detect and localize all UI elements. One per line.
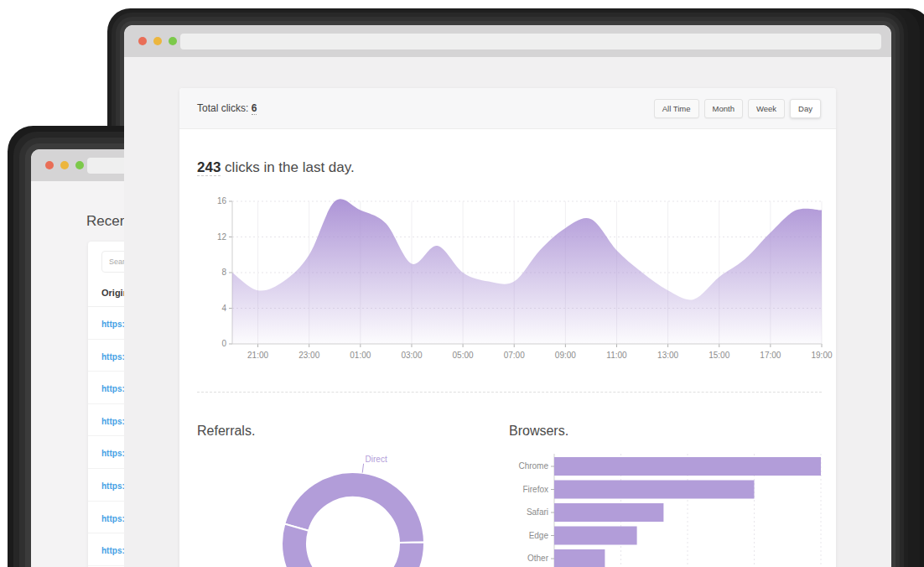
total-clicks: Total clicks: 6 xyxy=(197,102,257,114)
front-window-titlebar xyxy=(124,25,891,57)
close-window-icon[interactable] xyxy=(45,161,54,169)
svg-text:16: 16 xyxy=(217,197,227,205)
svg-text:19:00: 19:00 xyxy=(811,351,832,360)
maximize-window-icon[interactable] xyxy=(169,37,177,45)
origin-link[interactable]: https: xyxy=(101,481,125,491)
maximize-window-icon[interactable] xyxy=(75,161,84,169)
origin-link[interactable]: https: xyxy=(101,417,125,426)
svg-text:15:00: 15:00 xyxy=(709,351,729,360)
browsers-title: Browsers. xyxy=(509,424,568,439)
svg-text:Other: Other xyxy=(527,554,549,563)
window-controls xyxy=(45,161,84,169)
svg-text:Direct: Direct xyxy=(366,455,387,464)
analytics-card-header: Total clicks: 6 All TimeMonthWeekDay xyxy=(179,88,836,129)
desktop-stage: Recent Origin https:https:https:https:ht… xyxy=(0,0,924,567)
clicks-headline-text: clicks in the last day. xyxy=(221,159,354,175)
browsers-bar-chart: ChromeFirefoxSafariEdgeOther xyxy=(498,450,825,567)
origin-link[interactable]: https: xyxy=(101,449,125,458)
svg-text:0: 0 xyxy=(221,339,226,348)
origin-link[interactable]: https: xyxy=(101,352,125,362)
svg-text:23:00: 23:00 xyxy=(298,351,319,360)
range-button-day[interactable]: Day xyxy=(790,99,821,118)
svg-text:03:00: 03:00 xyxy=(401,351,422,360)
clicks-headline: 243 clicks in the last day. xyxy=(197,159,355,176)
svg-text:Chrome: Chrome xyxy=(518,461,548,471)
svg-text:Safari: Safari xyxy=(527,507,548,517)
referrals-title: Referrals. xyxy=(197,424,255,439)
window-controls xyxy=(138,37,177,45)
section-divider xyxy=(197,392,822,393)
origin-link[interactable]: https: xyxy=(101,514,125,523)
referrals-donut-chart: Direct xyxy=(261,440,445,567)
svg-text:09:00: 09:00 xyxy=(555,351,576,360)
svg-text:21:00: 21:00 xyxy=(247,351,268,360)
svg-text:17:00: 17:00 xyxy=(760,351,781,360)
svg-text:Edge: Edge xyxy=(529,531,549,540)
origin-link[interactable]: https: xyxy=(101,320,125,329)
svg-text:Firefox: Firefox xyxy=(522,485,548,494)
front-url-bar[interactable] xyxy=(180,34,881,49)
svg-text:01:00: 01:00 xyxy=(350,351,371,360)
total-clicks-label: Total clicks: xyxy=(197,102,248,114)
origin-link[interactable]: https: xyxy=(101,546,125,555)
svg-text:13:00: 13:00 xyxy=(657,351,678,360)
close-window-icon[interactable] xyxy=(138,37,147,45)
clicks-count: 243 xyxy=(197,159,221,176)
svg-text:05:00: 05:00 xyxy=(453,351,474,360)
analytics-card: Total clicks: 6 All TimeMonthWeekDay 243… xyxy=(179,88,836,567)
svg-text:12: 12 xyxy=(217,232,227,242)
svg-text:07:00: 07:00 xyxy=(504,351,525,360)
svg-text:11:00: 11:00 xyxy=(606,351,627,360)
clicks-area-chart: 048121621:0023:0001:0003:0005:0007:0009:… xyxy=(194,197,836,362)
origin-link[interactable]: https: xyxy=(101,384,125,393)
range-button-all-time[interactable]: All Time xyxy=(654,99,699,118)
total-clicks-value: 6 xyxy=(252,102,257,115)
range-button-week[interactable]: Week xyxy=(748,99,785,118)
minimize-window-icon[interactable] xyxy=(60,161,69,169)
svg-text:8: 8 xyxy=(221,268,226,277)
range-button-month[interactable]: Month xyxy=(704,99,743,118)
time-range-buttons: All TimeMonthWeekDay xyxy=(654,99,821,118)
svg-text:4: 4 xyxy=(221,304,226,313)
minimize-window-icon[interactable] xyxy=(153,37,162,45)
analytics-browser-window: Total clicks: 6 All TimeMonthWeekDay 243… xyxy=(124,25,891,567)
